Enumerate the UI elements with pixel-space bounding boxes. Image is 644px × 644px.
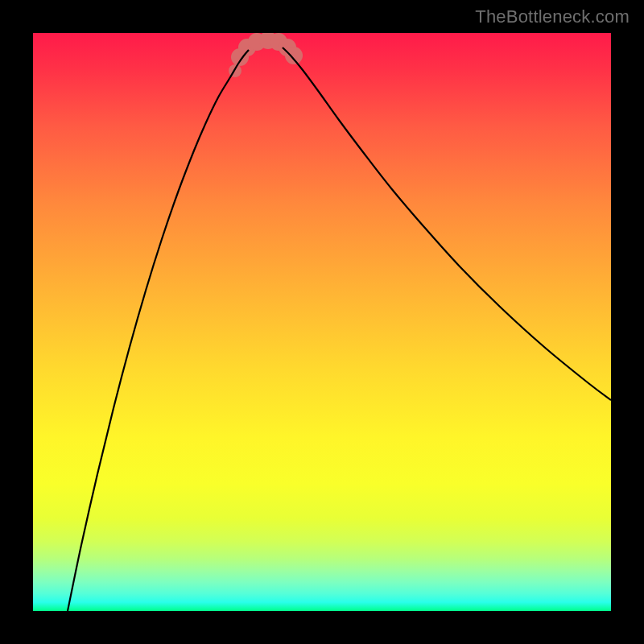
trough-dot [285,47,303,64]
chart-frame: TheBottleneck.com [0,0,644,644]
plot-area [33,33,611,611]
curve-layer [33,33,611,611]
bottleneck-curve-left [68,50,249,611]
trough-marker [229,33,303,77]
watermark-text: TheBottleneck.com [475,6,630,27]
bottleneck-curve-right [283,47,611,400]
